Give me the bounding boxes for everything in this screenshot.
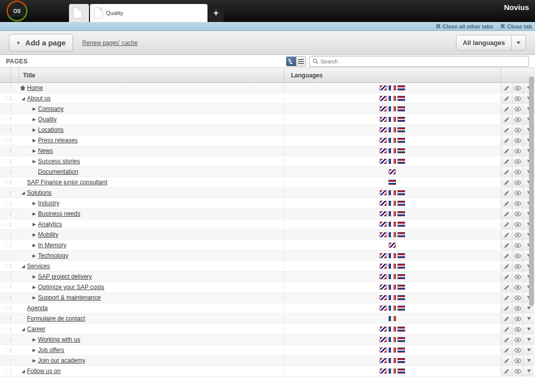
flag-fr-icon[interactable] <box>388 295 396 300</box>
page-link[interactable]: Documentation <box>38 168 78 175</box>
expand-icon[interactable]: ▶ <box>31 243 37 248</box>
flag-fr-icon[interactable] <box>388 232 396 237</box>
expand-icon[interactable]: ▶ <box>31 201 37 206</box>
flag-nl-icon[interactable] <box>398 85 405 90</box>
drag-handle[interactable]: ⋮⋮ <box>0 316 11 321</box>
language-selector[interactable]: All languages <box>456 35 526 50</box>
flag-nl-icon[interactable] <box>398 148 405 153</box>
page-link[interactable]: Career <box>27 326 46 333</box>
more-button[interactable] <box>523 314 534 324</box>
flag-gb-icon[interactable] <box>380 295 387 300</box>
flag-fr-icon[interactable] <box>388 211 396 216</box>
flag-nl-icon[interactable] <box>398 127 405 132</box>
drag-handle[interactable]: ⋮⋮ <box>0 243 11 248</box>
edit-button[interactable] <box>501 345 512 356</box>
visibility-button[interactable] <box>512 230 523 240</box>
page-link[interactable]: Industry <box>38 200 60 207</box>
drag-handle[interactable]: ⋮⋮ <box>0 253 11 258</box>
flag-gb-icon[interactable] <box>380 369 387 374</box>
flag-fr-icon[interactable] <box>388 316 396 321</box>
more-button[interactable] <box>523 324 534 335</box>
flag-nl-icon[interactable] <box>398 222 405 227</box>
expand-icon[interactable]: ▶ <box>31 148 37 153</box>
page-link[interactable]: SAP Finance junior consultant <box>27 179 108 186</box>
drag-handle[interactable]: ⋮⋮ <box>0 232 11 237</box>
expand-icon[interactable]: ▶ <box>31 211 37 216</box>
collapse-icon[interactable]: ◢ <box>20 96 26 101</box>
edit-button[interactable] <box>501 188 512 198</box>
drag-handle[interactable]: ⋮⋮ <box>0 369 11 374</box>
column-languages[interactable]: Languages <box>284 68 501 82</box>
drag-handle[interactable]: ⋮⋮ <box>0 274 11 279</box>
visibility-button[interactable] <box>512 324 523 335</box>
expand-icon[interactable]: ▶ <box>31 253 37 258</box>
collapse-icon[interactable]: ◢ <box>20 327 26 332</box>
visibility-button[interactable] <box>512 125 523 135</box>
drag-handle[interactable]: ⋮⋮ <box>0 159 11 164</box>
more-button[interactable] <box>523 345 534 356</box>
expand-icon[interactable]: ▶ <box>31 106 37 111</box>
list-view-button[interactable] <box>296 56 306 66</box>
page-link[interactable]: Formulaire de contact <box>27 315 85 322</box>
scrollbar[interactable] <box>529 76 534 306</box>
flag-nl-icon[interactable] <box>398 138 405 143</box>
visibility-button[interactable] <box>512 219 523 230</box>
page-link[interactable]: Job offers <box>38 347 64 354</box>
flag-nl-icon[interactable] <box>388 180 396 185</box>
visibility-button[interactable] <box>512 177 523 188</box>
visibility-button[interactable] <box>512 335 523 345</box>
visibility-button[interactable] <box>512 114 523 125</box>
expand-icon[interactable]: ▶ <box>31 285 37 290</box>
drag-handle[interactable]: ⋮⋮ <box>0 148 11 153</box>
page-link[interactable]: Services <box>27 263 50 270</box>
flag-nl-icon[interactable] <box>398 369 405 374</box>
edit-button[interactable] <box>501 293 512 303</box>
page-link[interactable]: Press releases <box>38 137 78 144</box>
visibility-button[interactable] <box>512 209 523 219</box>
page-link[interactable]: About us <box>27 95 50 102</box>
edit-button[interactable] <box>501 135 512 146</box>
visibility-button[interactable] <box>512 345 523 356</box>
drag-handle[interactable]: ⋮⋮ <box>0 348 11 353</box>
expand-icon[interactable]: ▶ <box>31 127 37 132</box>
page-link[interactable]: Business needs <box>38 210 80 217</box>
flag-nl-icon[interactable] <box>398 295 405 300</box>
edit-button[interactable] <box>501 93 512 104</box>
drag-handle[interactable]: ⋮⋮ <box>0 106 11 111</box>
flag-fr-icon[interactable] <box>388 106 396 111</box>
edit-button[interactable] <box>501 156 512 167</box>
flag-nl-icon[interactable] <box>398 211 405 216</box>
flag-gb-icon[interactable] <box>380 253 387 258</box>
flag-gb-icon[interactable] <box>380 348 387 353</box>
flag-nl-icon[interactable] <box>398 358 405 363</box>
flag-fr-icon[interactable] <box>388 127 396 132</box>
edit-button[interactable] <box>501 209 512 219</box>
flag-gb-icon[interactable] <box>380 106 387 111</box>
visibility-button[interactable] <box>512 272 523 282</box>
visibility-button[interactable] <box>512 198 523 209</box>
visibility-button[interactable] <box>512 293 523 303</box>
edit-button[interactable] <box>501 366 512 377</box>
page-link[interactable]: SAP project delivery <box>38 273 92 280</box>
edit-button[interactable] <box>501 314 512 324</box>
flag-nl-icon[interactable] <box>398 232 405 237</box>
flag-fr-icon[interactable] <box>388 117 396 122</box>
edit-button[interactable] <box>501 146 512 156</box>
flag-gb-icon[interactable] <box>380 127 387 132</box>
expand-icon[interactable]: ▶ <box>31 337 37 342</box>
flag-nl-icon[interactable] <box>398 306 405 311</box>
visibility-button[interactable] <box>512 282 523 293</box>
flag-gb-icon[interactable] <box>380 274 387 279</box>
expand-icon[interactable]: ▶ <box>31 117 37 122</box>
edit-button[interactable] <box>501 335 512 345</box>
edit-button[interactable] <box>501 83 512 93</box>
drag-handle[interactable]: ⋮⋮ <box>0 337 11 342</box>
drag-handle[interactable]: ⋮⋮ <box>0 327 11 332</box>
flag-gb-icon[interactable] <box>380 211 387 216</box>
page-link[interactable]: Success stories <box>38 158 80 165</box>
flag-gb-icon[interactable] <box>380 222 387 227</box>
flag-fr-icon[interactable] <box>388 369 396 374</box>
page-link[interactable]: Support & maintenance <box>38 294 100 301</box>
tree-view-button[interactable] <box>286 56 296 66</box>
collapse-icon[interactable]: ◢ <box>20 369 26 374</box>
